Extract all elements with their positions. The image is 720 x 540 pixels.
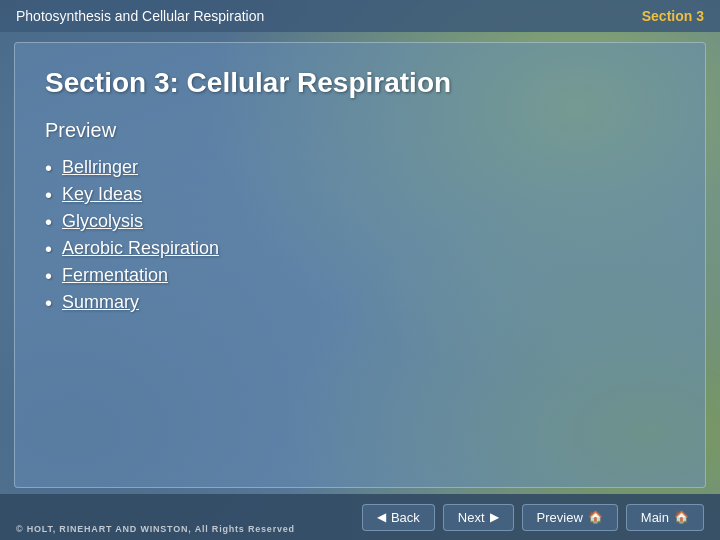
next-button[interactable]: Next ▶ [443, 504, 514, 531]
section-title: Section 3: Cellular Respiration [45, 67, 675, 99]
preview-label: Preview [45, 119, 675, 142]
copyright: © HOLT, RINEHART AND WINSTON, All Rights… [16, 524, 295, 534]
main-label: Main [641, 510, 669, 525]
bullet-icon: • [45, 239, 52, 259]
list-link-fermentation[interactable]: Fermentation [62, 265, 168, 286]
preview-list: • Bellringer • Key Ideas • Glycolysis • … [45, 154, 675, 316]
bullet-icon: • [45, 293, 52, 313]
bullet-icon: • [45, 158, 52, 178]
bullet-icon: • [45, 185, 52, 205]
next-label: Next [458, 510, 485, 525]
list-item: • Aerobic Respiration [45, 235, 675, 262]
list-link-aerobic-respiration[interactable]: Aerobic Respiration [62, 238, 219, 259]
preview-icon: 🏠 [588, 510, 603, 524]
preview-button[interactable]: Preview 🏠 [522, 504, 618, 531]
list-item: • Key Ideas [45, 181, 675, 208]
list-item: • Bellringer [45, 154, 675, 181]
main-button[interactable]: Main 🏠 [626, 504, 704, 531]
list-link-bellringer[interactable]: Bellringer [62, 157, 138, 178]
presentation-title: Photosynthesis and Cellular Respiration [16, 8, 264, 24]
list-item: • Summary [45, 289, 675, 316]
section-label: Section 3 [642, 8, 704, 24]
main-icon: 🏠 [674, 510, 689, 524]
list-link-summary[interactable]: Summary [62, 292, 139, 313]
back-button[interactable]: ◀ Back [362, 504, 435, 531]
preview-label: Preview [537, 510, 583, 525]
list-link-key-ideas[interactable]: Key Ideas [62, 184, 142, 205]
next-arrow-icon: ▶ [490, 510, 499, 524]
bullet-icon: • [45, 212, 52, 232]
back-arrow-icon: ◀ [377, 510, 386, 524]
list-item: • Fermentation [45, 262, 675, 289]
content-card: Section 3: Cellular Respiration Preview … [14, 42, 706, 488]
top-bar: Photosynthesis and Cellular Respiration … [0, 0, 720, 32]
list-item: • Glycolysis [45, 208, 675, 235]
list-link-glycolysis[interactable]: Glycolysis [62, 211, 143, 232]
bullet-icon: • [45, 266, 52, 286]
back-label: Back [391, 510, 420, 525]
